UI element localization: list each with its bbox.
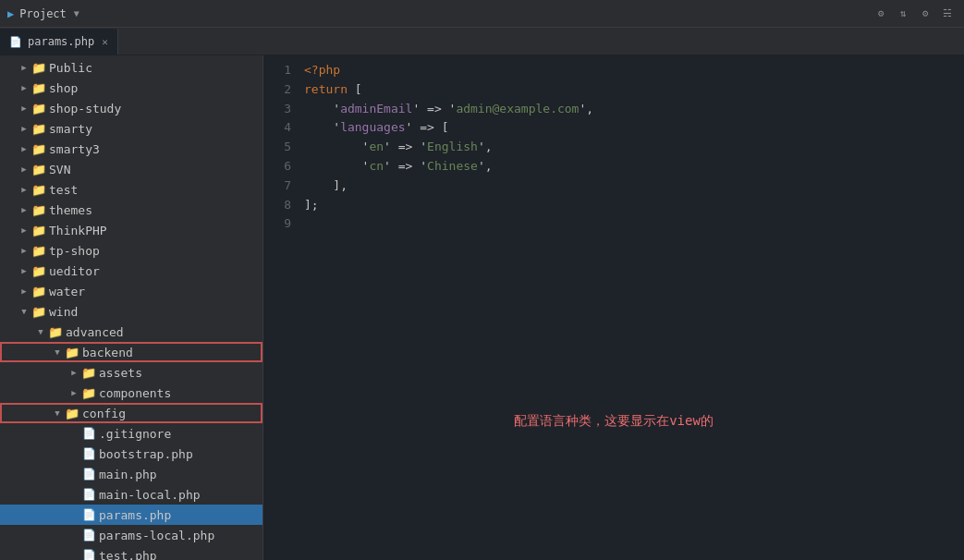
tree-item-bootstrap[interactable]: 📄bootstrap.php [0, 444, 262, 464]
tree-item-shop-study[interactable]: ▶📁shop-study [0, 98, 262, 118]
php-icon-params: 📄 [81, 508, 96, 521]
tree-item-assets[interactable]: ▶📁assets [0, 362, 262, 383]
code-line-4: ▼ 'languages' => [ [304, 118, 964, 138]
token: ', [478, 138, 493, 157]
folder-icon-assets: 📁 [81, 365, 96, 380]
tree-label-smarty3: smarty3 [49, 142, 100, 156]
line-number-5: 5 [263, 138, 291, 157]
tree-item-test[interactable]: ▶📁test [0, 179, 262, 200]
token: adminEmail [340, 100, 412, 119]
token: ' => ' [384, 157, 427, 177]
project-title: Project [19, 7, 67, 20]
tree-item-backend[interactable]: ▼📁backend [0, 342, 262, 362]
tree-label-test: test [49, 183, 78, 197]
folder-arrow-test: ▶ [17, 182, 31, 197]
tree-label-components: components [99, 386, 171, 400]
tab-close-icon[interactable]: ✕ [102, 36, 108, 48]
dropdown-icon[interactable]: ▼ [74, 8, 79, 18]
folder-icon-wind: 📁 [31, 304, 46, 319]
token: ', [579, 100, 593, 119]
tree-item-advanced[interactable]: ▼📁advanced [0, 322, 262, 342]
token: English [427, 138, 478, 157]
tree-item-smarty3[interactable]: ▶📁smarty3 [0, 139, 262, 159]
tree-label-main-local: main-local.php [99, 488, 201, 502]
token: ' [304, 100, 340, 119]
folder-arrow-backend: ▼ [50, 345, 65, 359]
tree-label-shop-study: shop-study [49, 102, 121, 116]
comment-text: 配置语言种类，这要显示在view的 [514, 413, 714, 430]
tree-label-themes: themes [49, 203, 92, 217]
tree-label-params: params.php [99, 508, 171, 522]
token: ' => ' [412, 100, 456, 119]
token: ' => ' [384, 138, 427, 157]
line-number-1: 1 [263, 61, 291, 80]
php-icon-params-local: 📄 [81, 529, 96, 542]
tree-item-smarty[interactable]: ▶📁smarty [0, 118, 262, 139]
tree-item-thinkphp[interactable]: ▶📁ThinkPHP [0, 220, 262, 240]
sync-icon[interactable]: ⇅ [894, 5, 912, 23]
token: return [304, 80, 348, 100]
php-file-icon: 📄 [9, 36, 22, 48]
token: ; [311, 196, 319, 215]
tree-label-water: water [49, 285, 85, 298]
token: cn [369, 157, 384, 177]
line-number-7: 7 [263, 177, 291, 196]
tree-item-params[interactable]: 📄params.php [0, 505, 262, 525]
tree-item-main-local[interactable]: 📄main-local.php [0, 484, 262, 505]
folder-arrow-components: ▶ [67, 385, 81, 400]
menu-icon[interactable]: ☵ [938, 5, 957, 23]
tab-params-php[interactable]: 📄 params.php ✕ [0, 29, 118, 55]
tree-item-ueditor[interactable]: ▶📁ueditor [0, 261, 262, 281]
tab-label: params.php [28, 35, 94, 48]
git-icon-gitignore: 📄 [81, 427, 96, 440]
tree-item-public[interactable]: ▶📁Public [0, 57, 262, 78]
folder-icon-thinkphp: 📁 [31, 223, 46, 237]
line-number-9: 9 [263, 214, 291, 234]
tree-item-svn[interactable]: ▶📁SVN [0, 159, 262, 179]
token: ' [304, 118, 340, 138]
tree-label-gitignore: .gitignore [99, 427, 171, 441]
tree-item-wind[interactable]: ▼📁wind [0, 301, 262, 322]
token: <?php [304, 61, 340, 80]
code-line-7: ▼ ], [304, 177, 964, 196]
tree-label-smarty: smarty [49, 122, 92, 136]
tree-item-tp-shop[interactable]: ▶📁tp-shop [0, 240, 262, 261]
token: Chinese [427, 157, 478, 177]
folder-icon-smarty3: 📁 [31, 141, 46, 156]
folder-icon-public: 📁 [31, 60, 46, 75]
folder-arrow-advanced: ▼ [33, 324, 48, 339]
tree-item-water[interactable]: ▶📁water [0, 281, 262, 301]
config-icon[interactable]: ⚙ [916, 5, 934, 23]
tree-label-params-local: params-local.php [99, 529, 214, 542]
line-number-2: 2 [263, 80, 291, 100]
line-number-6: 6 [263, 157, 291, 177]
settings-icon[interactable]: ⚙ [872, 5, 890, 23]
folder-arrow-ueditor: ▶ [17, 263, 31, 278]
tree-item-gitignore[interactable]: 📄.gitignore [0, 423, 262, 444]
tree-item-config[interactable]: ▼📁config [0, 403, 262, 423]
tree-item-test-file[interactable]: 📄test.php [0, 545, 262, 560]
token: ], [304, 177, 348, 196]
tree-item-shop[interactable]: ▶📁shop [0, 78, 262, 98]
tree-label-main: main.php [99, 468, 157, 481]
comment-area: 配置语言种类，这要显示在view的 [263, 300, 964, 560]
tree-item-themes[interactable]: ▶📁themes [0, 200, 262, 220]
tree-label-backend: backend [82, 346, 133, 359]
php-icon-main-local: 📄 [81, 488, 96, 501]
tree-item-params-local[interactable]: 📄params-local.php [0, 525, 262, 545]
token: ] [304, 196, 311, 215]
folder-arrow-config: ▼ [50, 406, 65, 420]
tree-label-thinkphp: ThinkPHP [49, 224, 107, 237]
folder-arrow-themes: ▶ [17, 202, 31, 217]
tree-item-main[interactable]: 📄main.php [0, 464, 262, 484]
line-number-8: 8 [263, 196, 291, 215]
folder-arrow-shop-study: ▶ [17, 101, 31, 116]
tree-label-assets: assets [99, 366, 142, 380]
editor-area: 123456789 <?php▼return [ 'adminEmail' =>… [263, 55, 964, 560]
code-content[interactable]: <?php▼return [ 'adminEmail' => 'admin@ex… [300, 59, 964, 300]
folder-icon-svn: 📁 [31, 162, 46, 177]
folder-arrow-public: ▶ [17, 60, 31, 75]
folder-arrow-smarty: ▶ [17, 121, 31, 136]
token: ' [304, 157, 369, 177]
tree-item-components[interactable]: ▶📁components [0, 383, 262, 403]
